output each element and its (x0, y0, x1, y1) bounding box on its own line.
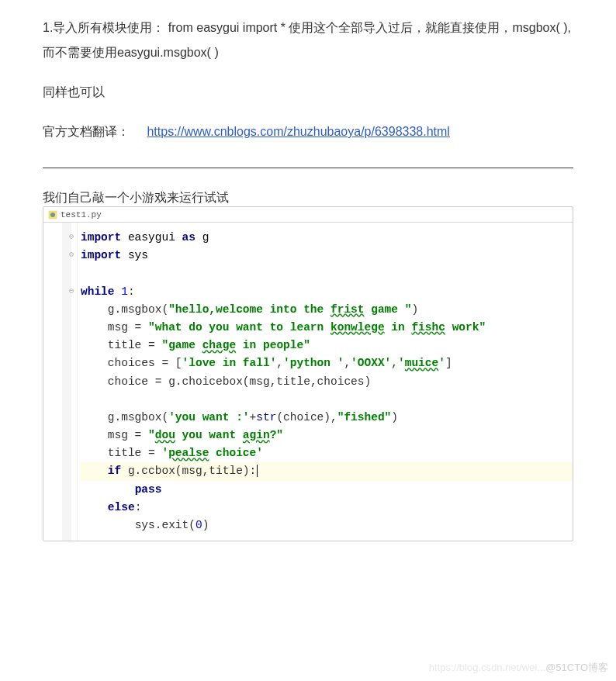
code-line: g.msgbox('you want :'+str(choice),"fishe… (81, 409, 573, 427)
code-line: sys.exit(0) (81, 517, 573, 534)
file-tab-label: test1.py (61, 210, 102, 220)
code-block[interactable]: ⊖import easygui as g ⊖import sys ⊖while … (78, 223, 573, 541)
translation-line: 官方文档翻译： https://www.cnblogs.com/zhuzhuba… (43, 124, 573, 140)
translation-link[interactable]: https://www.cnblogs.com/zhuzhubaoya/p/63… (147, 125, 449, 138)
code-line: ⊖import easygui as g (81, 229, 573, 247)
fold-icon[interactable]: ⊖ (69, 249, 74, 261)
python-file-icon (48, 210, 57, 220)
code-line: choices = ['love in fall','python ','OOX… (81, 354, 573, 372)
paragraph-2: 同样也可以 (43, 85, 573, 101)
code-line: g.msgbox("hello,welcome into the frist g… (81, 301, 573, 319)
code-line-active: if g.ccbox(msg,title): (81, 462, 573, 480)
ide-window: test1.py ⊖import easygui as g ⊖import sy… (43, 206, 573, 541)
fold-icon[interactable]: ⊖ (69, 285, 74, 298)
translation-label: 官方文档翻译： (43, 125, 130, 138)
code-line (81, 264, 573, 282)
intro-paragraph: 1.导入所有模块使用： from easygui import * 使用这个全部… (43, 16, 573, 65)
code-line: else: (81, 499, 573, 517)
cursor-caret (257, 465, 258, 477)
code-line: ⊖while 1: (81, 283, 573, 301)
file-tab[interactable]: test1.py (43, 207, 106, 222)
gutter (43, 223, 78, 541)
code-line: msg = "what do you want to learn konwleg… (81, 319, 573, 337)
subtitle: 我们自己敲一个小游戏来运行试试 (43, 190, 573, 206)
divider (43, 168, 573, 168)
code-line: title = 'pealse choice' (81, 444, 573, 462)
code-line (81, 391, 573, 409)
code-area: ⊖import easygui as g ⊖import sys ⊖while … (43, 223, 573, 541)
code-line: ⊖import sys (81, 247, 573, 264)
code-line: title = "game chage in people" (81, 337, 573, 354)
tab-bar: test1.py (43, 207, 573, 223)
code-line: pass (81, 481, 573, 499)
code-line: msg = "dou you want agin?" (81, 427, 573, 444)
fold-icon[interactable]: ⊖ (69, 231, 74, 244)
code-line: choice = g.choicebox(msg,title,choices) (81, 373, 573, 391)
